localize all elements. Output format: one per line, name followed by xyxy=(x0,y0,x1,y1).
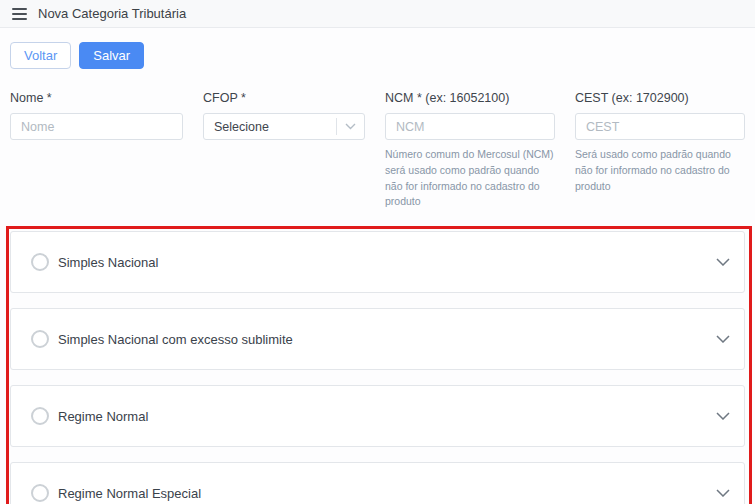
ncm-label: NCM * (ex: 16052100) xyxy=(385,91,555,105)
chevron-down-icon xyxy=(336,118,364,135)
ncm-input[interactable] xyxy=(385,113,555,140)
radio-regime-normal[interactable] xyxy=(31,407,49,425)
chevron-down-icon xyxy=(716,489,730,497)
nome-input[interactable] xyxy=(10,113,183,140)
field-cest: CEST (ex: 1702900) Será usado como padrã… xyxy=(575,91,745,210)
accordion-item-label: Regime Normal Especial xyxy=(58,486,201,501)
radio-simples-nacional-excesso[interactable] xyxy=(31,330,49,348)
cest-input[interactable] xyxy=(575,113,745,140)
cfop-select[interactable]: Selecione xyxy=(203,113,365,140)
cest-helper-text: Será usado como padrão quando não for in… xyxy=(575,147,745,194)
cfop-select-value: Selecione xyxy=(204,120,336,134)
chevron-down-icon xyxy=(716,412,730,420)
form-row: Nome * CFOP * Selecione NCM * (ex: 16052… xyxy=(10,91,745,210)
chevron-down-icon xyxy=(716,258,730,266)
chevron-down-icon xyxy=(716,335,730,343)
ncm-helper-text: Número comum do Mercosul (NCM) será usad… xyxy=(385,147,555,210)
field-ncm: NCM * (ex: 16052100) Número comum do Mer… xyxy=(385,91,555,210)
radio-simples-nacional[interactable] xyxy=(31,253,49,271)
accordion-item-simples-nacional-excesso[interactable]: Simples Nacional com excesso sublimite xyxy=(10,308,745,370)
cest-label: CEST (ex: 1702900) xyxy=(575,91,745,105)
radio-regime-normal-especial[interactable] xyxy=(31,484,49,502)
page-title: Nova Categoria Tributária xyxy=(38,6,186,21)
field-cfop: CFOP * Selecione xyxy=(203,91,365,210)
toolbar: Voltar Salvar xyxy=(0,28,755,69)
accordion-item-regime-normal[interactable]: Regime Normal xyxy=(10,385,745,447)
accordion-item-label: Simples Nacional xyxy=(58,255,158,270)
hamburger-menu-icon[interactable] xyxy=(12,8,27,20)
nome-label: Nome * xyxy=(10,91,183,105)
accordion-item-regime-normal-especial[interactable]: Regime Normal Especial xyxy=(10,462,745,504)
back-button[interactable]: Voltar xyxy=(10,42,71,69)
accordion-item-label: Regime Normal xyxy=(58,409,148,424)
field-nome: Nome * xyxy=(10,91,183,210)
cfop-label: CFOP * xyxy=(203,91,365,105)
accordion-item-label: Simples Nacional com excesso sublimite xyxy=(58,332,293,347)
red-annotation-rectangle: Simples Nacional Simples Nacional com ex… xyxy=(6,226,752,504)
accordion-item-simples-nacional[interactable]: Simples Nacional xyxy=(10,231,745,293)
save-button[interactable]: Salvar xyxy=(79,42,144,69)
app-header: Nova Categoria Tributária xyxy=(0,0,755,28)
